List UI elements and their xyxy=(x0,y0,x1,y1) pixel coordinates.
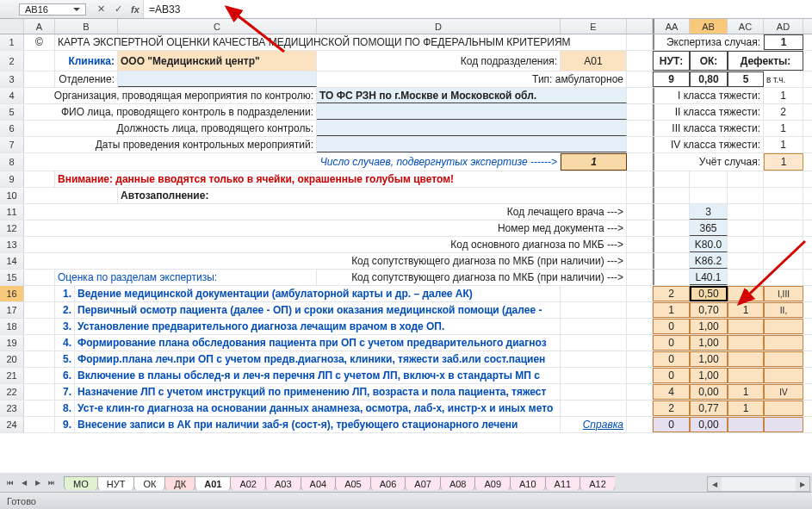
cell[interactable]: Установление предварительного диагноза л… xyxy=(75,319,561,334)
name-box[interactable]: AB16 xyxy=(19,3,86,16)
row-header[interactable]: 21 xyxy=(0,368,24,383)
cell[interactable]: IV xyxy=(764,384,803,400)
sheet-tab[interactable]: МО xyxy=(64,476,98,490)
row-header[interactable]: 15 xyxy=(0,270,24,285)
row-header[interactable]: 12 xyxy=(0,220,24,236)
col-header[interactable]: A xyxy=(24,19,55,34)
select-all-corner[interactable] xyxy=(0,19,24,34)
cell[interactable] xyxy=(561,351,627,367)
cell[interactable]: II класса тяжести: xyxy=(653,104,764,120)
cell[interactable]: 1 xyxy=(764,137,803,152)
cell[interactable]: ООО "Медицинский центр" xyxy=(118,51,317,71)
cell[interactable]: L40.1 xyxy=(690,270,728,285)
cell[interactable]: I класса тяжести: xyxy=(653,88,764,103)
cell[interactable]: 1,00 xyxy=(690,319,728,334)
sheet-nav-last-icon[interactable]: ⏭ xyxy=(45,475,59,489)
cell[interactable]: 0,50 xyxy=(690,286,728,301)
sheet-tab[interactable]: A02 xyxy=(230,476,266,490)
cell[interactable] xyxy=(764,351,803,367)
cell[interactable]: 1 xyxy=(764,88,803,103)
cell[interactable]: Код подразделения: xyxy=(317,51,561,71)
col-header[interactable]: D xyxy=(317,19,561,34)
cell[interactable] xyxy=(764,400,803,416)
cell[interactable] xyxy=(561,319,627,334)
row-header[interactable]: 13 xyxy=(0,237,24,252)
cell[interactable]: Клиника: xyxy=(55,51,118,71)
sheet-tab[interactable]: A03 xyxy=(265,476,301,490)
row-header[interactable]: 14 xyxy=(0,253,24,269)
cell[interactable] xyxy=(764,319,803,334)
cell[interactable]: 2. xyxy=(55,302,75,318)
cell[interactable]: IV класса тяжести: xyxy=(653,137,764,152)
cell[interactable]: 7. xyxy=(55,384,75,400)
cell[interactable] xyxy=(728,319,764,334)
sheet-tab[interactable]: A11 xyxy=(545,476,581,490)
cell[interactable]: 9 xyxy=(653,71,690,87)
cell[interactable]: Код лечащего врача ---> xyxy=(24,204,627,220)
col-header[interactable]: C xyxy=(118,19,317,34)
cell[interactable]: 0,80 xyxy=(690,71,728,87)
cell[interactable] xyxy=(728,368,764,383)
row-header[interactable]: 23 xyxy=(0,400,24,416)
col-header[interactable]: AB xyxy=(690,19,728,34)
cell[interactable]: K86.2 xyxy=(690,253,728,269)
sheet-tab[interactable]: ОК xyxy=(133,476,165,490)
cell[interactable]: Формир.плана леч.при ОП с учетом предв.д… xyxy=(75,351,561,367)
cell[interactable]: 0 xyxy=(653,335,690,351)
cell[interactable]: 1 xyxy=(728,400,764,416)
cell[interactable] xyxy=(728,417,764,432)
row-header[interactable]: 22 xyxy=(0,384,24,400)
cell[interactable] xyxy=(561,368,627,383)
row-header[interactable]: 17 xyxy=(0,302,24,318)
cell[interactable] xyxy=(561,400,627,416)
cell[interactable]: 0 xyxy=(653,417,690,432)
cell[interactable]: Уст-е клин-го диагноза на основании данн… xyxy=(75,400,561,416)
cell[interactable]: Код сопутствующего диагноза по МКБ (при … xyxy=(24,253,627,269)
cell[interactable]: 1 xyxy=(764,121,803,136)
cell[interactable] xyxy=(561,286,627,301)
row-header[interactable]: 2 xyxy=(0,51,24,71)
cell[interactable] xyxy=(728,351,764,367)
cell[interactable] xyxy=(764,368,803,383)
col-header[interactable]: E xyxy=(561,19,627,34)
cell[interactable]: Учёт случая: xyxy=(653,153,764,171)
cell[interactable]: Код сопутствующего диагноза по МКБ (при … xyxy=(317,270,627,285)
cell[interactable]: 5 xyxy=(728,71,764,87)
sheet-nav-next-icon[interactable]: ▶ xyxy=(31,475,45,489)
cell[interactable]: K80.0 xyxy=(690,237,728,252)
cell[interactable]: 1. xyxy=(55,286,75,301)
cell[interactable]: 4 xyxy=(653,384,690,400)
fx-icon[interactable]: fx xyxy=(127,2,143,17)
sheet-nav-first-icon[interactable]: ⏮ xyxy=(3,475,17,489)
cell[interactable]: 2 xyxy=(728,286,764,301)
cell[interactable]: 6. xyxy=(55,368,75,383)
cell[interactable]: Внесение записи в АК при наличии заб-я (… xyxy=(75,417,561,432)
cell[interactable]: Оценка по разделам экспертизы: xyxy=(55,270,317,285)
horizontal-scrollbar[interactable]: ◀ ▶ xyxy=(707,476,810,492)
sheet-tab[interactable]: A05 xyxy=(335,476,371,490)
cell[interactable]: 0,70 xyxy=(690,302,728,318)
cell[interactable]: 3 xyxy=(690,204,728,220)
cell[interactable]: Номер мед документа ---> xyxy=(24,220,627,236)
cell[interactable]: Назначение ЛП с учетом инструкций по при… xyxy=(75,384,561,400)
cell[interactable]: Даты проведения контрольных мероприятий: xyxy=(24,137,317,152)
cell[interactable]: 2 xyxy=(653,286,690,301)
cell[interactable]: Код основного диагноза по МКБ ---> xyxy=(24,237,627,252)
cell[interactable] xyxy=(561,335,627,351)
cell[interactable] xyxy=(118,71,317,87)
row-header[interactable]: 5 xyxy=(0,104,24,120)
cell[interactable] xyxy=(764,335,803,351)
cell[interactable]: 1 xyxy=(653,302,690,318)
cell[interactable]: Автозаполнение: xyxy=(118,188,627,203)
cell[interactable]: 2 xyxy=(653,400,690,416)
row-header[interactable]: 6 xyxy=(0,121,24,136)
cell[interactable]: I,III xyxy=(764,286,803,301)
cell[interactable]: 3. xyxy=(55,319,75,334)
cell[interactable]: Справка xyxy=(561,417,627,432)
cell[interactable]: 0 xyxy=(653,368,690,383)
cell[interactable]: 1 xyxy=(728,302,764,318)
cell[interactable]: в т.ч. xyxy=(764,71,803,87)
cell[interactable] xyxy=(561,302,627,318)
cell[interactable]: 1 xyxy=(561,153,627,171)
cell[interactable]: ТО ФС РЗН по г.Москве и Московской обл. xyxy=(317,88,627,103)
